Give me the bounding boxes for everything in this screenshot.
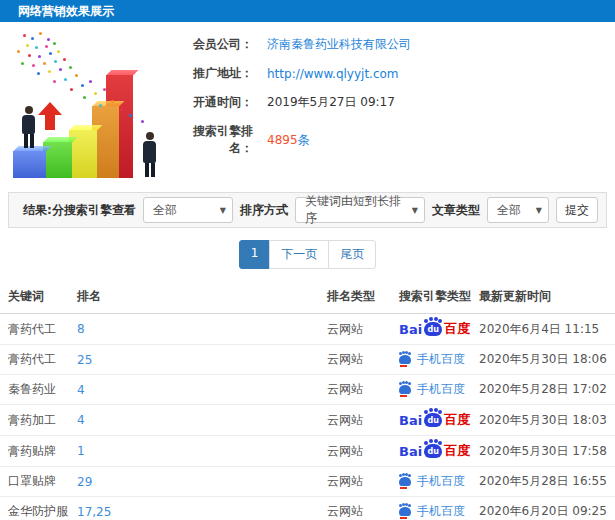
column-header: 搜索引擎类型: [399, 280, 479, 314]
engine-cell: 手机百度: [399, 345, 479, 375]
baidu-paw-icon: du: [424, 413, 442, 427]
businessman-figure-left: [22, 106, 35, 148]
table-row: 口罩贴牌29云网站手机百度2020年5月28日 16:55: [0, 467, 615, 497]
rank-link[interactable]: 25: [77, 345, 327, 375]
keyword-cell: 膏药加工: [0, 405, 77, 436]
table-row: 金华防护服17,25云网站手机百度2020年6月20日 09:25: [0, 497, 615, 520]
keyword-cell: 秦鲁药业: [0, 375, 77, 405]
column-header: 关键词: [0, 280, 77, 314]
baidu-cn-text: 百度: [444, 320, 470, 338]
rank-link[interactable]: 4: [77, 375, 327, 405]
updated-cell: 2020年5月30日 18:03: [479, 405, 615, 436]
updated-cell: 2020年5月28日 17:02: [479, 375, 615, 405]
baidu-du-text: du: [427, 447, 438, 456]
chevron-down-icon: ▼: [530, 206, 542, 215]
table-row: 膏药代工8云网站Baidu百度2020年6月4日 11:15: [0, 314, 615, 345]
filter-bar: 分搜索引擎查看全部▼排序方式关键词由短到长排序▼文章类型全部▼提交: [52, 197, 598, 223]
page-button[interactable]: 尾页: [328, 240, 376, 269]
rank-type-cell: 云网站: [327, 497, 399, 520]
baidu-mobile-icon: [399, 355, 411, 364]
filter-label: 分搜索引擎查看: [52, 202, 136, 219]
engine-cell: 手机百度: [399, 497, 479, 520]
baidu-mobile-badge: 手机百度: [399, 473, 465, 490]
updated-cell: 2020年5月28日 16:55: [479, 467, 615, 497]
column-header: 排名类型: [327, 280, 399, 314]
baidu-pc-logo: Baidu百度: [399, 442, 470, 460]
keyword-cell: 金华防护服: [0, 497, 77, 520]
engine-cell: 手机百度: [399, 375, 479, 405]
pagination: 1下一页尾页: [0, 240, 615, 269]
info-field-label: 开通时间：: [175, 94, 253, 111]
updated-cell: 2020年5月30日 18:06: [479, 345, 615, 375]
updated-cell: 2020年6月4日 11:15: [479, 314, 615, 345]
baidu-logo-text: Bai: [399, 322, 422, 337]
column-header: 排名: [77, 280, 327, 314]
info-field-label: 搜索引擎排名：: [175, 123, 253, 157]
table-header-row: 关键词排名排名类型搜索引擎类型最新更新时间: [0, 280, 615, 314]
table-row: 膏药加工4云网站Baidu百度2020年5月30日 18:03: [0, 405, 615, 436]
table-row: 膏药贴牌1云网站Baidu百度2020年5月30日 17:58: [0, 436, 615, 467]
rank-link[interactable]: 1: [77, 436, 327, 467]
info-field-value: 4895: [267, 133, 298, 147]
filter-label: 文章类型: [432, 202, 480, 219]
baidu-paw-icon: du: [424, 444, 442, 458]
baidu-paw-icon: du: [424, 322, 442, 336]
info-row: 会员公司：济南秦鲁药业科技有限公司: [175, 36, 607, 53]
filter-select[interactable]: 全部▼: [143, 197, 233, 223]
table-row: 秦鲁药业4云网站手机百度2020年5月28日 17:02: [0, 375, 615, 405]
page-title: 网络营销效果展示: [18, 4, 114, 18]
filter-select[interactable]: 全部▼: [487, 197, 549, 223]
rank-type-cell: 云网站: [327, 436, 399, 467]
keyword-cell: 膏药代工: [0, 345, 77, 375]
results-heading: 结果:: [23, 202, 52, 219]
confetti-dots: [23, 34, 26, 37]
filter-select[interactable]: 关键词由短到长排序▼: [295, 197, 425, 223]
chevron-down-icon: ▼: [214, 206, 226, 215]
info-field-link[interactable]: 济南秦鲁药业科技有限公司: [267, 36, 411, 53]
engine-cell: 手机百度: [399, 467, 479, 497]
updated-cell: 2020年5月30日 17:58: [479, 436, 615, 467]
baidu-pc-logo: Baidu百度: [399, 320, 470, 338]
baidu-logo-text: Bai: [399, 413, 422, 428]
rank-type-cell: 云网站: [327, 467, 399, 497]
info-field-link[interactable]: http://www.qlyyjt.com: [267, 67, 399, 81]
baidu-mobile-badge: 手机百度: [399, 503, 465, 520]
baidu-mobile-icon: [399, 477, 411, 486]
chevron-down-icon: ▼: [406, 206, 418, 215]
info-field-label: 会员公司：: [175, 36, 253, 53]
engine-cell: Baidu百度: [399, 436, 479, 467]
results-panel-heading: 结果: 分搜索引擎查看全部▼排序方式关键词由短到长排序▼文章类型全部▼提交: [8, 192, 607, 228]
submit-button[interactable]: 提交: [556, 197, 598, 223]
summary-section: 会员公司：济南秦鲁药业科技有限公司推广地址：http://www.qlyyjt.…: [0, 22, 615, 184]
promo-graphic: [5, 30, 175, 182]
table-row: 膏药代工25云网站手机百度2020年5月30日 18:06: [0, 345, 615, 375]
filter-selected-value: 全部: [153, 202, 177, 219]
info-field-suffix: 条: [298, 132, 310, 149]
updated-cell: 2020年6月20日 09:25: [479, 497, 615, 520]
rank-link[interactable]: 4: [77, 405, 327, 436]
info-row: 推广地址：http://www.qlyyjt.com: [175, 65, 607, 82]
filter-selected-value: 关键词由短到长排序: [305, 193, 406, 227]
info-row: 搜索引擎排名：4895条: [175, 123, 607, 157]
rank-link[interactable]: 29: [77, 467, 327, 497]
rank-link[interactable]: 17,25: [77, 497, 327, 520]
baidu-mobile-label: 手机百度: [417, 473, 465, 490]
rank-type-cell: 云网站: [327, 375, 399, 405]
rank-type-cell: 云网站: [327, 314, 399, 345]
baidu-mobile-label: 手机百度: [417, 503, 465, 520]
baidu-mobile-icon: [399, 385, 411, 394]
baidu-du-text: du: [427, 416, 438, 425]
businessman-figure-right: [143, 132, 156, 177]
engine-cell: Baidu百度: [399, 405, 479, 436]
baidu-mobile-label: 手机百度: [417, 381, 465, 398]
chart-bar-blue: [13, 151, 46, 178]
baidu-cn-text: 百度: [444, 411, 470, 429]
page-button[interactable]: 下一页: [269, 240, 329, 269]
rank-type-cell: 云网站: [327, 345, 399, 375]
baidu-logo-text: Bai: [399, 444, 422, 459]
rank-link[interactable]: 8: [77, 314, 327, 345]
keyword-cell: 膏药贴牌: [0, 436, 77, 467]
keyword-cell: 口罩贴牌: [0, 467, 77, 497]
page-button-active[interactable]: 1: [239, 240, 271, 269]
ranking-table: 关键词排名排名类型搜索引擎类型最新更新时间 膏药代工8云网站Baidu百度202…: [0, 280, 615, 520]
